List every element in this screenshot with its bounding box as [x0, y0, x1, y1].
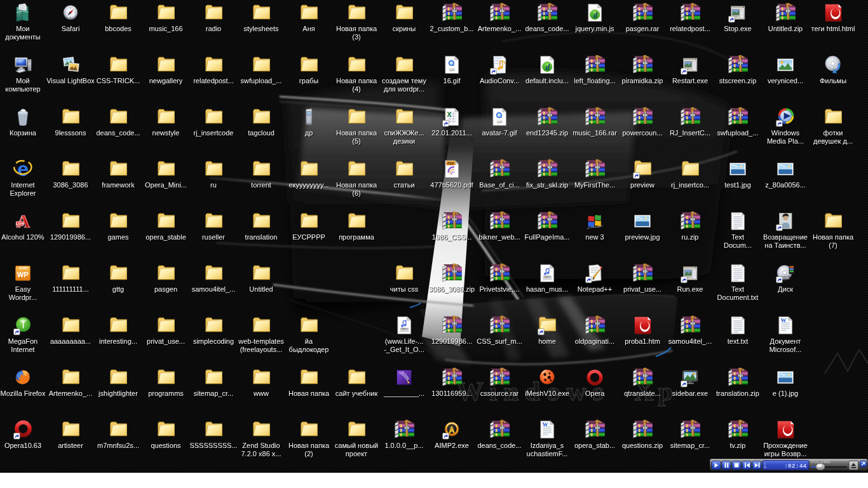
svg-text:R: R — [764, 466, 766, 469]
svg-text:VOLUME: VOLUME — [811, 459, 831, 464]
svg-text:L: L — [764, 462, 766, 465]
svg-text::02:44: :02:44 — [784, 463, 807, 470]
